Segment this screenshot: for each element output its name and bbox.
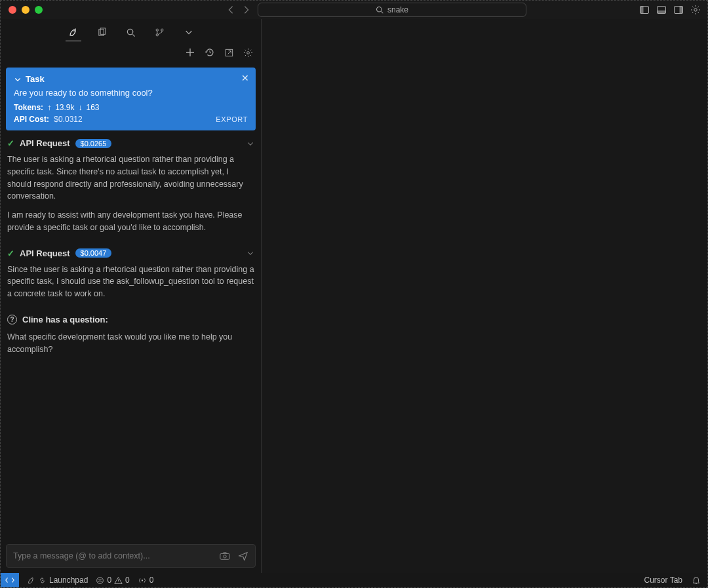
svg-point-7 [694, 9, 697, 11]
api-request-body: Since the user is asking a rhetorical qu… [7, 264, 254, 300]
error-icon [96, 576, 104, 585]
check-icon: ✓ [7, 248, 14, 258]
close-task-icon[interactable]: ✕ [241, 73, 249, 83]
status-bar: Launchpad 0 0 0 Cursor Tab [1, 573, 707, 587]
settings-icon[interactable] [243, 48, 253, 58]
question-mark-icon: ? [7, 315, 17, 324]
api-request-block: ✓ API Request $0.0265 The user is asking… [6, 138, 256, 241]
toggle-secondary-sidebar-icon[interactable] [673, 5, 684, 15]
nav-arrows [226, 5, 251, 14]
question-text: What specific development task would you… [7, 331, 254, 356]
popout-icon[interactable] [224, 48, 234, 58]
message-input-bar [6, 544, 256, 568]
sidebar-panel: Task ✕ Are you ready to do something coo… [1, 19, 262, 573]
editor-area [262, 19, 707, 573]
svg-point-0 [376, 7, 382, 12]
toggle-panel-icon[interactable] [656, 5, 667, 15]
chevron-down-icon [246, 249, 254, 257]
window-controls [1, 6, 43, 14]
api-request-block: ✓ API Request $0.0047 Since the user is … [6, 248, 256, 307]
check-icon: ✓ [7, 138, 14, 148]
close-window-icon[interactable] [9, 6, 16, 14]
message-input[interactable] [13, 551, 213, 560]
task-tokens: Tokens: ↑ 13.9k ↓ 163 [14, 103, 248, 112]
svg-rect-17 [220, 553, 229, 559]
export-button[interactable]: EXPORT [216, 115, 248, 123]
remote-indicator-icon[interactable] [1, 573, 19, 587]
task-prompt: Are you ready to do something cool? [14, 88, 248, 98]
rocket-tab-icon[interactable] [66, 23, 81, 41]
tokens-up: 13.9k [55, 103, 74, 112]
bell-icon[interactable] [692, 576, 701, 585]
nav-back-icon[interactable] [226, 5, 235, 14]
copy-tab-icon[interactable] [94, 23, 110, 41]
main-area: Task ✕ Are you ready to do something coo… [1, 19, 707, 573]
sidebar-content: Task ✕ Are you ready to do something coo… [1, 62, 261, 539]
link-icon [38, 576, 47, 585]
api-cost-value: $0.0312 [54, 115, 82, 124]
question-block: ? Cline has a question: What specific de… [6, 315, 256, 356]
api-request-title: API Request [20, 138, 70, 148]
error-count: 0 [107, 576, 111, 585]
titlebar-right-icons [639, 5, 701, 15]
cursor-tab-status[interactable]: Cursor Tab [644, 576, 682, 585]
task-cost-row: API Cost: $0.0312 EXPORT [14, 115, 248, 124]
sidebar-actions [1, 43, 261, 62]
minimize-window-icon[interactable] [22, 6, 30, 14]
sidebar-tabs [1, 19, 261, 43]
problems-status[interactable]: 0 0 [96, 576, 129, 585]
nav-forward-icon[interactable] [242, 5, 251, 14]
api-request-header[interactable]: ✓ API Request $0.0265 [7, 138, 254, 148]
task-header[interactable]: Task [14, 74, 248, 84]
tokens-down: 163 [86, 103, 99, 112]
warning-count: 0 [125, 576, 130, 585]
search-text: snake [387, 5, 408, 14]
svg-point-18 [224, 555, 226, 558]
svg-point-14 [161, 29, 163, 31]
api-cost-label: API Cost: [14, 115, 49, 124]
request-text: The user is asking a rhetorical question… [7, 153, 254, 203]
branch-tab-icon[interactable] [152, 23, 168, 41]
rocket-icon [27, 576, 35, 585]
radio-icon [138, 576, 147, 585]
arrow-up-icon: ↑ [47, 103, 51, 112]
question-header: ? Cline has a question: [7, 315, 254, 324]
history-icon[interactable] [205, 47, 215, 58]
new-task-icon[interactable] [185, 47, 195, 58]
command-center-search[interactable]: snake [258, 3, 526, 17]
search-tab-icon[interactable] [123, 23, 139, 41]
arrow-down-icon: ↓ [78, 103, 82, 112]
launchpad-label: Launchpad [49, 576, 88, 585]
toggle-primary-sidebar-icon[interactable] [639, 5, 650, 15]
api-request-body: The user is asking a rhetorical question… [7, 153, 254, 234]
question-title: Cline has a question: [22, 315, 108, 324]
request-text: I am ready to assist with any developmen… [7, 209, 254, 234]
settings-gear-icon[interactable] [690, 5, 701, 15]
chevron-down-icon [246, 140, 254, 147]
launchpad-status[interactable]: Launchpad [27, 576, 88, 585]
cost-badge: $0.0265 [75, 139, 112, 148]
svg-point-20 [142, 579, 143, 581]
cost-badge: $0.0047 [75, 248, 112, 258]
svg-rect-2 [640, 7, 644, 14]
camera-icon[interactable] [220, 551, 230, 560]
tokens-label: Tokens: [14, 103, 43, 112]
title-bar: snake [1, 1, 707, 19]
api-request-title: API Request [20, 248, 70, 258]
warning-icon [114, 576, 123, 585]
svg-point-8 [73, 30, 75, 31]
svg-point-13 [156, 33, 158, 35]
maximize-window-icon[interactable] [35, 6, 43, 14]
svg-rect-6 [680, 7, 683, 14]
svg-point-16 [247, 51, 250, 54]
chevron-down-icon [14, 75, 22, 83]
task-label: Task [26, 74, 45, 84]
task-card: Task ✕ Are you ready to do something coo… [6, 68, 256, 130]
svg-point-11 [127, 29, 132, 34]
chevron-down-icon[interactable] [181, 23, 197, 41]
ports-count: 0 [149, 576, 154, 585]
send-icon[interactable] [238, 551, 248, 560]
svg-rect-4 [658, 10, 666, 14]
api-request-header[interactable]: ✓ API Request $0.0047 [7, 248, 254, 258]
ports-status[interactable]: 0 [138, 576, 154, 585]
